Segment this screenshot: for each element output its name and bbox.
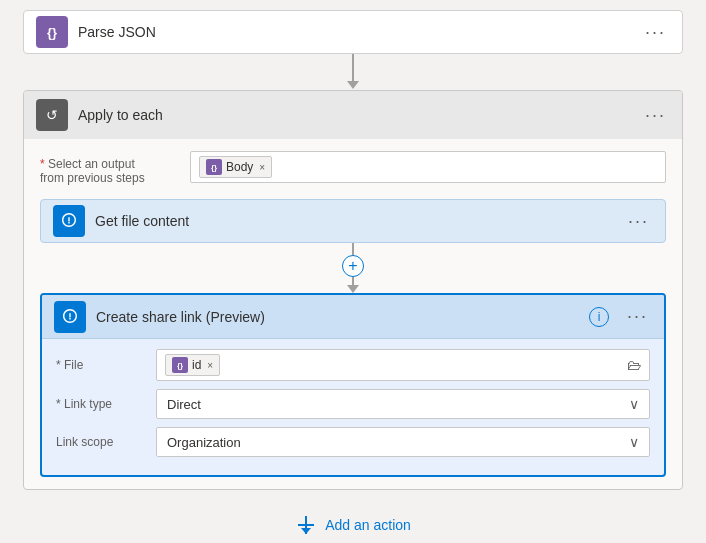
file-field-row: * File {} id × 🗁 [56,349,650,381]
apply-to-each-icon: ↺ [36,99,68,131]
apply-to-each-title: Apply to each [78,107,641,123]
link-scope-value: Organization [167,435,241,450]
link-scope-chevron: ∨ [629,434,639,450]
create-share-link-block: Create share link (Preview) i ··· * File… [40,293,666,477]
svg-rect-2 [298,524,314,526]
add-action-button[interactable]: Add an action [279,506,427,543]
svg-marker-1 [301,528,311,534]
create-share-icon [54,301,86,333]
link-type-select[interactable]: Direct ∨ [156,389,650,419]
add-action-label: Add an action [325,517,411,533]
folder-icon: 🗁 [627,357,641,373]
id-tag-close[interactable]: × [207,360,213,371]
apply-to-each-body: * Select an outputfrom previous steps {}… [24,139,682,489]
file-label: * File [56,358,156,372]
link-scope-select[interactable]: Organization ∨ [156,427,650,457]
create-share-link-title: Create share link (Preview) [96,309,589,325]
plus-arrow-connector: + [40,243,666,293]
create-share-link-header: Create share link (Preview) i ··· [42,295,664,339]
apply-to-each-more-button[interactable]: ··· [641,101,670,130]
link-scope-field-row: Link scope Organization ∨ [56,427,650,457]
add-action-icon [295,514,317,536]
create-share-more-button[interactable]: ··· [623,302,652,331]
parse-json-more-button[interactable]: ··· [641,18,670,47]
get-file-more-button[interactable]: ··· [624,207,653,236]
body-tag-close[interactable]: × [259,162,265,173]
link-type-chevron: ∨ [629,396,639,412]
output-input-field[interactable]: {} Body × [190,151,666,183]
parse-json-title: Parse JSON [78,24,641,40]
get-file-content-block: Get file content ··· [40,199,666,243]
id-tag-label: id [192,358,201,372]
parse-json-icon: {} [36,16,68,48]
apply-to-each-container: ↺ Apply to each ··· * Select an outputfr… [23,90,683,490]
connector-arrow-tip [347,285,359,293]
id-tag: {} id × [165,354,220,376]
info-icon[interactable]: i [589,307,609,327]
body-tag-label: Body [226,160,253,174]
link-scope-label: Link scope [56,435,156,449]
link-type-field-row: * Link type Direct ∨ [56,389,650,419]
link-type-label: * Link type [56,397,156,411]
file-input[interactable]: {} id × 🗁 [156,349,650,381]
get-file-content-title: Get file content [95,213,624,229]
get-file-icon [53,205,85,237]
connector-arrow-1 [347,54,359,90]
body-tag-icon: {} [206,159,222,175]
id-tag-icon: {} [172,357,188,373]
parse-json-block: {} Parse JSON ··· [23,10,683,54]
add-action-container: Add an action [279,490,427,543]
output-label: * Select an outputfrom previous steps [40,151,180,185]
create-share-link-body: * File {} id × 🗁 * Link type [42,339,664,475]
output-select-row: * Select an outputfrom previous steps {}… [40,151,666,185]
apply-to-each-header: ↺ Apply to each ··· [24,91,682,139]
plus-circle-button[interactable]: + [342,255,364,277]
connector-line-bottom [352,277,354,285]
connector-line-top [352,243,354,255]
link-type-value: Direct [167,397,201,412]
body-tag: {} Body × [199,156,272,178]
